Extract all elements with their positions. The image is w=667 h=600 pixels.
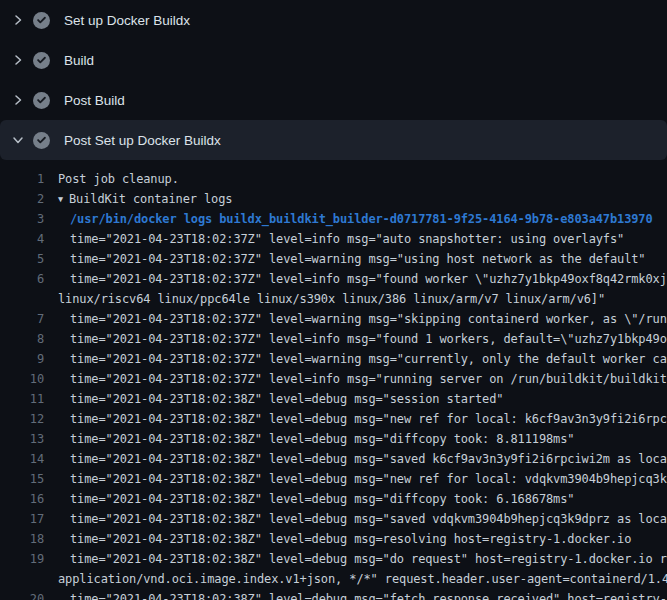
log-line-number[interactable]: 8	[0, 329, 44, 349]
chevron-right-icon[interactable]	[12, 54, 24, 66]
log-line: 11time="2021-04-23T18:02:38Z" level=debu…	[0, 389, 667, 409]
log-text-content: time="2021-04-23T18:02:38Z" level=debug …	[70, 412, 667, 426]
log-text-content: time="2021-04-23T18:02:38Z" level=debug …	[70, 532, 631, 546]
log-text: time="2021-04-23T18:02:38Z" level=debug …	[44, 529, 631, 549]
log-text-content: time="2021-04-23T18:02:37Z" level=warnin…	[70, 352, 667, 366]
log-output: 1Post job cleanup.2▼BuildKit container l…	[0, 160, 667, 600]
group-triangle-down-icon[interactable]: ▼	[58, 189, 63, 209]
log-text: Post job cleanup.	[44, 169, 179, 189]
log-text-content: time="2021-04-23T18:02:37Z" level=info m…	[70, 372, 667, 386]
log-text-content: time="2021-04-23T18:02:38Z" level=debug …	[70, 512, 667, 526]
log-text-content: linux/riscv64 linux/ppc64le linux/s390x …	[58, 292, 605, 306]
log-line-number[interactable]: 20	[0, 589, 44, 600]
log-text: time="2021-04-23T18:02:38Z" level=debug …	[44, 509, 667, 529]
log-text: time="2021-04-23T18:02:37Z" level=warnin…	[44, 309, 667, 329]
step-row-post-set-up-docker-buildx[interactable]: Post Set up Docker Buildx	[0, 120, 667, 160]
log-text-content: time="2021-04-23T18:02:37Z" level=warnin…	[70, 252, 645, 266]
log-text: time="2021-04-23T18:02:38Z" level=debug …	[44, 389, 503, 409]
log-text-content: time="2021-04-23T18:02:37Z" level=info m…	[70, 232, 624, 246]
log-line-number[interactable]: 9	[0, 349, 44, 369]
step-label: Set up Docker Buildx	[64, 13, 190, 28]
check-circle-icon	[33, 12, 50, 29]
log-line-continuation: linux/riscv64 linux/ppc64le linux/s390x …	[0, 289, 667, 309]
log-line: 3/usr/bin/docker logs buildx_buildkit_bu…	[0, 209, 667, 229]
check-circle-icon	[33, 92, 50, 109]
step-row-build[interactable]: Build	[0, 40, 667, 80]
log-line-number[interactable]: 12	[0, 409, 44, 429]
log-line: 14time="2021-04-23T18:02:38Z" level=debu…	[0, 449, 667, 469]
log-text: time="2021-04-23T18:02:38Z" level=debug …	[44, 449, 667, 469]
log-text: time="2021-04-23T18:02:38Z" level=debug …	[44, 409, 667, 429]
log-line-continuation: application/vnd.oci.image.index.v1+json,…	[0, 569, 667, 589]
log-text: time="2021-04-23T18:02:37Z" level=warnin…	[44, 249, 645, 269]
log-line: 9time="2021-04-23T18:02:37Z" level=warni…	[0, 349, 667, 369]
log-line: 1Post job cleanup.	[0, 169, 667, 189]
log-line: 18time="2021-04-23T18:02:38Z" level=debu…	[0, 529, 667, 549]
log-line-number[interactable]: 11	[0, 389, 44, 409]
log-line-number[interactable]: 13	[0, 429, 44, 449]
chevron-right-icon[interactable]	[12, 94, 24, 106]
log-text-content: Post job cleanup.	[58, 172, 179, 186]
log-text-content: time="2021-04-23T18:02:38Z" level=debug …	[70, 392, 503, 406]
step-row-set-up-docker-buildx[interactable]: Set up Docker Buildx	[0, 0, 667, 40]
log-line-number[interactable]: 1	[0, 169, 44, 189]
log-line-number[interactable]: 5	[0, 249, 44, 269]
log-line-number[interactable]: 18	[0, 529, 44, 549]
log-line: 7time="2021-04-23T18:02:37Z" level=warni…	[0, 309, 667, 329]
log-text: time="2021-04-23T18:02:37Z" level=info m…	[44, 369, 667, 389]
log-text-content: BuildKit container logs	[69, 192, 232, 206]
chevron-down-icon[interactable]	[12, 134, 24, 146]
chevron-right-icon[interactable]	[12, 14, 24, 26]
log-line: 13time="2021-04-23T18:02:38Z" level=debu…	[0, 429, 667, 449]
log-line-number[interactable]: 17	[0, 509, 44, 529]
check-circle-icon	[33, 52, 50, 69]
step-list: Set up Docker BuildxBuildPost BuildPost …	[0, 0, 667, 160]
log-line-number[interactable]: 19	[0, 549, 44, 569]
log-text: time="2021-04-23T18:02:38Z" level=debug …	[44, 429, 574, 449]
step-label: Post Set up Docker Buildx	[64, 133, 221, 148]
log-text: application/vnd.oci.image.index.v1+json,…	[44, 569, 667, 589]
log-text-content: time="2021-04-23T18:02:38Z" level=debug …	[70, 472, 667, 486]
log-text-content: /usr/bin/docker logs buildx_buildkit_bui…	[70, 212, 653, 226]
actions-log-viewer: Set up Docker BuildxBuildPost BuildPost …	[0, 0, 667, 600]
log-text-content: time="2021-04-23T18:02:38Z" level=debug …	[70, 592, 667, 600]
log-line-number[interactable]: 10	[0, 369, 44, 389]
log-text: time="2021-04-23T18:02:38Z" level=debug …	[44, 469, 667, 489]
log-text-content: time="2021-04-23T18:02:37Z" level=warnin…	[70, 312, 667, 326]
log-line-number[interactable]: 2	[0, 189, 44, 209]
log-line: 12time="2021-04-23T18:02:38Z" level=debu…	[0, 409, 667, 429]
log-line: 19time="2021-04-23T18:02:38Z" level=debu…	[0, 549, 667, 569]
step-row-post-build[interactable]: Post Build	[0, 80, 667, 120]
log-line-number	[0, 569, 44, 589]
log-line-number[interactable]: 4	[0, 229, 44, 249]
log-line: 16time="2021-04-23T18:02:38Z" level=debu…	[0, 489, 667, 509]
log-command-text: /usr/bin/docker logs buildx_buildkit_bui…	[44, 209, 653, 229]
log-line-number[interactable]: 14	[0, 449, 44, 469]
log-text-content: time="2021-04-23T18:02:37Z" level=info m…	[70, 272, 667, 286]
log-text: time="2021-04-23T18:02:37Z" level=info m…	[44, 329, 667, 349]
log-line: 2▼BuildKit container logs	[0, 189, 667, 209]
log-line: 8time="2021-04-23T18:02:37Z" level=info …	[0, 329, 667, 349]
log-line-number[interactable]: 3	[0, 209, 44, 229]
check-circle-icon	[33, 132, 50, 149]
log-text: time="2021-04-23T18:02:38Z" level=debug …	[44, 489, 574, 509]
log-line-number[interactable]: 6	[0, 269, 44, 289]
log-line: 17time="2021-04-23T18:02:38Z" level=debu…	[0, 509, 667, 529]
log-text: time="2021-04-23T18:02:38Z" level=debug …	[44, 549, 667, 569]
log-line-number[interactable]: 7	[0, 309, 44, 329]
log-text: ▼BuildKit container logs	[44, 189, 232, 209]
log-text-content: time="2021-04-23T18:02:38Z" level=debug …	[70, 432, 574, 446]
log-text: time="2021-04-23T18:02:37Z" level=warnin…	[44, 349, 667, 369]
log-line: 10time="2021-04-23T18:02:37Z" level=info…	[0, 369, 667, 389]
log-line-number[interactable]: 16	[0, 489, 44, 509]
log-line: 4time="2021-04-23T18:02:37Z" level=info …	[0, 229, 667, 249]
log-text-content: time="2021-04-23T18:02:37Z" level=info m…	[70, 332, 667, 346]
log-text-content: time="2021-04-23T18:02:38Z" level=debug …	[70, 452, 667, 466]
log-line-number[interactable]: 15	[0, 469, 44, 489]
log-text: time="2021-04-23T18:02:38Z" level=debug …	[44, 589, 667, 600]
log-text-content: time="2021-04-23T18:02:38Z" level=debug …	[70, 492, 574, 506]
log-text-content: time="2021-04-23T18:02:38Z" level=debug …	[70, 552, 667, 566]
log-text-content: application/vnd.oci.image.index.v1+json,…	[58, 572, 667, 586]
log-line-number	[0, 289, 44, 309]
step-label: Post Build	[64, 93, 125, 108]
